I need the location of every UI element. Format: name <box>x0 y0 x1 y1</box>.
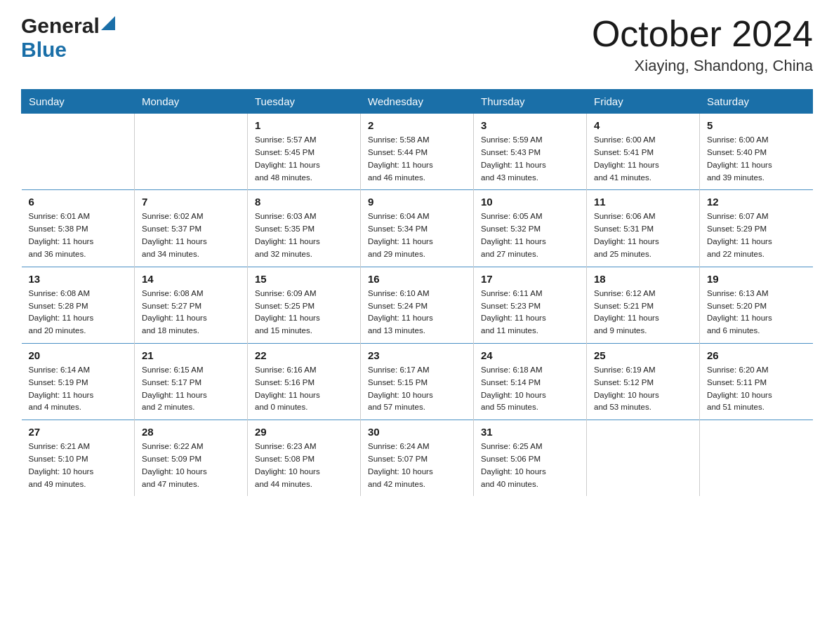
day-number: 12 <box>707 196 806 208</box>
day-cell: 10Sunrise: 6:05 AM Sunset: 5:32 PM Dayli… <box>474 190 587 267</box>
header-row: SundayMondayTuesdayWednesdayThursdayFrid… <box>22 90 813 114</box>
day-cell: 19Sunrise: 6:13 AM Sunset: 5:20 PM Dayli… <box>700 267 813 343</box>
day-number: 1 <box>255 119 353 131</box>
day-number: 17 <box>481 273 579 285</box>
day-number: 20 <box>29 349 128 361</box>
day-cell: 7Sunrise: 6:02 AM Sunset: 5:37 PM Daylig… <box>135 190 248 267</box>
day-cell: 6Sunrise: 6:01 AM Sunset: 5:38 PM Daylig… <box>22 190 135 267</box>
week-row: 1Sunrise: 5:57 AM Sunset: 5:45 PM Daylig… <box>22 114 813 190</box>
day-cell: 30Sunrise: 6:24 AM Sunset: 5:07 PM Dayli… <box>361 420 474 497</box>
day-number: 23 <box>368 349 466 361</box>
day-number: 24 <box>481 349 579 361</box>
day-number: 7 <box>142 196 240 208</box>
day-number: 19 <box>707 273 806 285</box>
day-cell: 12Sunrise: 6:07 AM Sunset: 5:29 PM Dayli… <box>700 190 813 267</box>
logo-blue-text: Blue <box>21 38 67 61</box>
day-number: 15 <box>255 273 353 285</box>
day-number: 5 <box>707 119 806 131</box>
header-cell-saturday: Saturday <box>700 90 813 114</box>
day-number: 28 <box>142 426 240 438</box>
day-info: Sunrise: 6:21 AM Sunset: 5:10 PM Dayligh… <box>29 441 128 490</box>
day-cell: 2Sunrise: 5:58 AM Sunset: 5:44 PM Daylig… <box>361 114 474 190</box>
day-info: Sunrise: 6:14 AM Sunset: 5:19 PM Dayligh… <box>29 364 128 414</box>
day-cell: 1Sunrise: 5:57 AM Sunset: 5:45 PM Daylig… <box>248 114 361 190</box>
day-cell: 27Sunrise: 6:21 AM Sunset: 5:10 PM Dayli… <box>22 420 135 497</box>
week-row: 20Sunrise: 6:14 AM Sunset: 5:19 PM Dayli… <box>22 343 813 420</box>
logo-arrow-icon <box>101 16 115 30</box>
day-info: Sunrise: 6:25 AM Sunset: 5:06 PM Dayligh… <box>481 441 579 490</box>
day-cell: 9Sunrise: 6:04 AM Sunset: 5:34 PM Daylig… <box>361 190 474 267</box>
page-header: General Blue October 2024 Xiaying, Shand… <box>21 14 813 75</box>
day-info: Sunrise: 6:16 AM Sunset: 5:16 PM Dayligh… <box>255 364 353 414</box>
day-cell: 25Sunrise: 6:19 AM Sunset: 5:12 PM Dayli… <box>587 343 700 420</box>
day-info: Sunrise: 6:00 AM Sunset: 5:40 PM Dayligh… <box>707 134 806 184</box>
day-cell: 5Sunrise: 6:00 AM Sunset: 5:40 PM Daylig… <box>700 114 813 190</box>
day-info: Sunrise: 6:00 AM Sunset: 5:41 PM Dayligh… <box>594 134 692 184</box>
day-number: 3 <box>481 119 579 131</box>
logo: General Blue <box>21 14 115 62</box>
header-cell-monday: Monday <box>135 90 248 114</box>
day-info: Sunrise: 5:57 AM Sunset: 5:45 PM Dayligh… <box>255 134 353 184</box>
day-info: Sunrise: 6:03 AM Sunset: 5:35 PM Dayligh… <box>255 210 353 260</box>
day-cell: 24Sunrise: 6:18 AM Sunset: 5:14 PM Dayli… <box>474 343 587 420</box>
day-cell <box>587 420 700 497</box>
day-cell <box>700 420 813 497</box>
day-info: Sunrise: 6:22 AM Sunset: 5:09 PM Dayligh… <box>142 441 240 490</box>
day-info: Sunrise: 6:08 AM Sunset: 5:28 PM Dayligh… <box>29 288 128 337</box>
header-cell-friday: Friday <box>587 90 700 114</box>
day-number: 9 <box>368 196 466 208</box>
day-number: 29 <box>255 426 353 438</box>
day-cell: 18Sunrise: 6:12 AM Sunset: 5:21 PM Dayli… <box>587 267 700 343</box>
day-cell: 8Sunrise: 6:03 AM Sunset: 5:35 PM Daylig… <box>248 190 361 267</box>
day-cell: 16Sunrise: 6:10 AM Sunset: 5:24 PM Dayli… <box>361 267 474 343</box>
day-number: 11 <box>594 196 692 208</box>
day-cell: 15Sunrise: 6:09 AM Sunset: 5:25 PM Dayli… <box>248 267 361 343</box>
day-info: Sunrise: 6:23 AM Sunset: 5:08 PM Dayligh… <box>255 441 353 490</box>
week-row: 27Sunrise: 6:21 AM Sunset: 5:10 PM Dayli… <box>22 420 813 497</box>
day-cell: 17Sunrise: 6:11 AM Sunset: 5:23 PM Dayli… <box>474 267 587 343</box>
day-info: Sunrise: 6:05 AM Sunset: 5:32 PM Dayligh… <box>481 210 579 260</box>
day-number: 14 <box>142 273 240 285</box>
header-cell-wednesday: Wednesday <box>361 90 474 114</box>
day-cell: 11Sunrise: 6:06 AM Sunset: 5:31 PM Dayli… <box>587 190 700 267</box>
day-info: Sunrise: 6:10 AM Sunset: 5:24 PM Dayligh… <box>368 288 466 337</box>
day-number: 13 <box>29 273 128 285</box>
day-cell: 22Sunrise: 6:16 AM Sunset: 5:16 PM Dayli… <box>248 343 361 420</box>
day-cell: 28Sunrise: 6:22 AM Sunset: 5:09 PM Dayli… <box>135 420 248 497</box>
day-cell <box>22 114 135 190</box>
month-title: October 2024 <box>592 14 813 54</box>
day-info: Sunrise: 6:12 AM Sunset: 5:21 PM Dayligh… <box>594 288 692 337</box>
week-row: 6Sunrise: 6:01 AM Sunset: 5:38 PM Daylig… <box>22 190 813 267</box>
title-block: October 2024 Xiaying, Shandong, China <box>592 14 813 75</box>
day-info: Sunrise: 6:24 AM Sunset: 5:07 PM Dayligh… <box>368 441 466 490</box>
day-cell: 23Sunrise: 6:17 AM Sunset: 5:15 PM Dayli… <box>361 343 474 420</box>
day-number: 16 <box>368 273 466 285</box>
location-title: Xiaying, Shandong, China <box>592 57 813 75</box>
day-cell: 29Sunrise: 6:23 AM Sunset: 5:08 PM Dayli… <box>248 420 361 497</box>
day-number: 21 <box>142 349 240 361</box>
day-info: Sunrise: 6:07 AM Sunset: 5:29 PM Dayligh… <box>707 210 806 260</box>
day-info: Sunrise: 6:11 AM Sunset: 5:23 PM Dayligh… <box>481 288 579 337</box>
day-number: 10 <box>481 196 579 208</box>
day-number: 25 <box>594 349 692 361</box>
day-info: Sunrise: 6:19 AM Sunset: 5:12 PM Dayligh… <box>594 364 692 414</box>
day-cell: 14Sunrise: 6:08 AM Sunset: 5:27 PM Dayli… <box>135 267 248 343</box>
day-info: Sunrise: 6:09 AM Sunset: 5:25 PM Dayligh… <box>255 288 353 337</box>
day-cell: 31Sunrise: 6:25 AM Sunset: 5:06 PM Dayli… <box>474 420 587 497</box>
day-number: 4 <box>594 119 692 131</box>
calendar-header: SundayMondayTuesdayWednesdayThursdayFrid… <box>22 90 813 114</box>
day-cell: 26Sunrise: 6:20 AM Sunset: 5:11 PM Dayli… <box>700 343 813 420</box>
header-cell-tuesday: Tuesday <box>248 90 361 114</box>
day-number: 18 <box>594 273 692 285</box>
day-number: 26 <box>707 349 806 361</box>
logo-general-text: General <box>21 14 100 38</box>
day-number: 8 <box>255 196 353 208</box>
day-info: Sunrise: 5:59 AM Sunset: 5:43 PM Dayligh… <box>481 134 579 184</box>
day-info: Sunrise: 6:18 AM Sunset: 5:14 PM Dayligh… <box>481 364 579 414</box>
day-info: Sunrise: 6:20 AM Sunset: 5:11 PM Dayligh… <box>707 364 806 414</box>
header-cell-thursday: Thursday <box>474 90 587 114</box>
day-number: 2 <box>368 119 466 131</box>
day-info: Sunrise: 6:02 AM Sunset: 5:37 PM Dayligh… <box>142 210 240 260</box>
day-info: Sunrise: 6:04 AM Sunset: 5:34 PM Dayligh… <box>368 210 466 260</box>
day-cell: 20Sunrise: 6:14 AM Sunset: 5:19 PM Dayli… <box>22 343 135 420</box>
